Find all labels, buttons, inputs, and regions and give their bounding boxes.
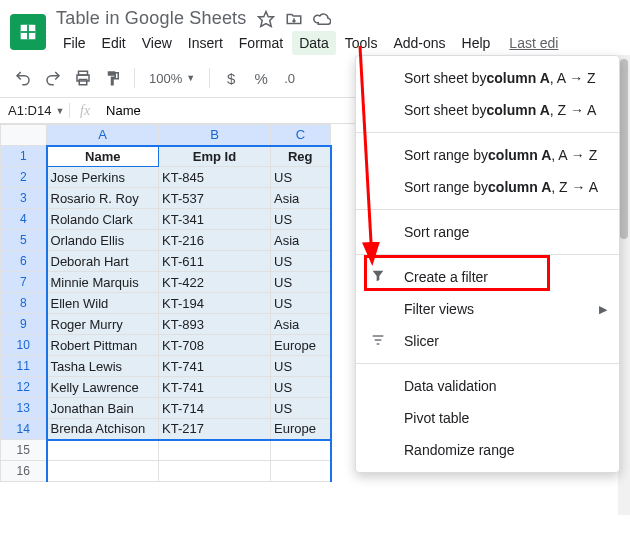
sheets-logo-icon[interactable] xyxy=(10,14,46,50)
row-header-8[interactable]: 8 xyxy=(1,293,47,314)
cell-A5[interactable]: Orlando Ellis xyxy=(47,230,159,251)
cell-C13[interactable]: US xyxy=(271,398,331,419)
cell-B2[interactable]: KT-845 xyxy=(159,167,271,188)
currency-button[interactable]: $ xyxy=(218,65,244,91)
star-icon[interactable] xyxy=(257,10,275,28)
menu-slicer[interactable]: Slicer xyxy=(356,325,619,357)
menu-data-validation[interactable]: Data validation xyxy=(356,370,619,402)
column-header-A[interactable]: A xyxy=(47,125,159,146)
menu-randomize-range[interactable]: Randomize range xyxy=(356,434,619,466)
row-header-2[interactable]: 2 xyxy=(1,167,47,188)
cell-C6[interactable]: US xyxy=(271,251,331,272)
row-header-11[interactable]: 11 xyxy=(1,356,47,377)
row-header-12[interactable]: 12 xyxy=(1,377,47,398)
cell-B9[interactable]: KT-893 xyxy=(159,314,271,335)
menu-data[interactable]: Data xyxy=(292,31,336,55)
row-header-10[interactable]: 10 xyxy=(1,335,47,356)
cell-A16[interactable] xyxy=(47,461,159,482)
undo-icon[interactable] xyxy=(10,65,36,91)
cell-B5[interactable]: KT-216 xyxy=(159,230,271,251)
print-icon[interactable] xyxy=(70,65,96,91)
cell-C5[interactable]: Asia xyxy=(271,230,331,251)
menu-addons[interactable]: Add-ons xyxy=(386,31,452,55)
menu-view[interactable]: View xyxy=(135,31,179,55)
cell-A12[interactable]: Kelly Lawrence xyxy=(47,377,159,398)
menu-create-filter[interactable]: Create a filter xyxy=(356,261,619,293)
cloud-status-icon[interactable] xyxy=(313,10,331,28)
cell-B10[interactable]: KT-708 xyxy=(159,335,271,356)
cell-B4[interactable]: KT-341 xyxy=(159,209,271,230)
cell-A7[interactable]: Minnie Marquis xyxy=(47,272,159,293)
redo-icon[interactable] xyxy=(40,65,66,91)
last-edit-link[interactable]: Last edi xyxy=(499,31,558,55)
cell-B8[interactable]: KT-194 xyxy=(159,293,271,314)
cell-C2[interactable]: US xyxy=(271,167,331,188)
cell-B15[interactable] xyxy=(159,440,271,461)
cell-A11[interactable]: Tasha Lewis xyxy=(47,356,159,377)
menu-file[interactable]: File xyxy=(56,31,93,55)
cell-B1[interactable]: Emp Id xyxy=(159,146,271,167)
cell-C14[interactable]: Europe xyxy=(271,419,331,440)
row-header-16[interactable]: 16 xyxy=(1,461,47,482)
move-folder-icon[interactable] xyxy=(285,10,303,28)
cell-A10[interactable]: Robert Pittman xyxy=(47,335,159,356)
cell-B6[interactable]: KT-611 xyxy=(159,251,271,272)
cell-B12[interactable]: KT-741 xyxy=(159,377,271,398)
cell-reference[interactable]: A1:D14▼ xyxy=(0,103,70,118)
menu-sort-range-za[interactable]: Sort range by column A, Z → A xyxy=(356,171,619,203)
zoom-select[interactable]: 100%▼ xyxy=(143,71,201,86)
row-header-13[interactable]: 13 xyxy=(1,398,47,419)
menu-sort-range-az[interactable]: Sort range by column A, A → Z xyxy=(356,139,619,171)
cell-A6[interactable]: Deborah Hart xyxy=(47,251,159,272)
cell-C3[interactable]: Asia xyxy=(271,188,331,209)
cell-B14[interactable]: KT-217 xyxy=(159,419,271,440)
row-header-4[interactable]: 4 xyxy=(1,209,47,230)
cell-A9[interactable]: Roger Murry xyxy=(47,314,159,335)
menu-help[interactable]: Help xyxy=(455,31,498,55)
cell-A13[interactable]: Jonathan Bain xyxy=(47,398,159,419)
menu-pivot-table[interactable]: Pivot table xyxy=(356,402,619,434)
cell-A14[interactable]: Brenda Atchison xyxy=(47,419,159,440)
cell-A3[interactable]: Rosario R. Roy xyxy=(47,188,159,209)
cell-C15[interactable] xyxy=(271,440,331,461)
row-header-6[interactable]: 6 xyxy=(1,251,47,272)
cell-C7[interactable]: US xyxy=(271,272,331,293)
row-header-3[interactable]: 3 xyxy=(1,188,47,209)
menu-filter-views[interactable]: Filter views▶ xyxy=(356,293,619,325)
cell-B3[interactable]: KT-537 xyxy=(159,188,271,209)
cell-B11[interactable]: KT-741 xyxy=(159,356,271,377)
cell-C16[interactable] xyxy=(271,461,331,482)
cell-C8[interactable]: US xyxy=(271,293,331,314)
menu-tools[interactable]: Tools xyxy=(338,31,385,55)
cell-C1[interactable]: Reg xyxy=(271,146,331,167)
cell-B16[interactable] xyxy=(159,461,271,482)
row-header-1[interactable]: 1 xyxy=(1,146,47,167)
cell-B13[interactable]: KT-714 xyxy=(159,398,271,419)
paint-format-icon[interactable] xyxy=(100,65,126,91)
menu-format[interactable]: Format xyxy=(232,31,290,55)
row-header-14[interactable]: 14 xyxy=(1,419,47,440)
document-title[interactable]: Table in Google Sheets xyxy=(56,8,247,29)
menu-sort-sheet-za[interactable]: Sort sheet by column A, Z → A xyxy=(356,94,619,126)
menu-sort-range[interactable]: Sort range xyxy=(356,216,619,248)
row-header-15[interactable]: 15 xyxy=(1,440,47,461)
menu-edit[interactable]: Edit xyxy=(95,31,133,55)
cell-A4[interactable]: Rolando Clark xyxy=(47,209,159,230)
cell-C12[interactable]: US xyxy=(271,377,331,398)
cell-A15[interactable] xyxy=(47,440,159,461)
cell-A8[interactable]: Ellen Wild xyxy=(47,293,159,314)
menu-sort-sheet-az[interactable]: Sort sheet by column A, A → Z xyxy=(356,62,619,94)
column-header-C[interactable]: C xyxy=(271,125,331,146)
row-header-5[interactable]: 5 xyxy=(1,230,47,251)
decimal-button[interactable]: .0 xyxy=(278,71,301,86)
column-header-B[interactable]: B xyxy=(159,125,271,146)
row-header-9[interactable]: 9 xyxy=(1,314,47,335)
percent-button[interactable]: % xyxy=(248,65,274,91)
row-header-7[interactable]: 7 xyxy=(1,272,47,293)
cell-A1[interactable]: Name xyxy=(47,146,159,167)
menu-insert[interactable]: Insert xyxy=(181,31,230,55)
cell-C4[interactable]: US xyxy=(271,209,331,230)
cell-C10[interactable]: Europe xyxy=(271,335,331,356)
cell-C9[interactable]: Asia xyxy=(271,314,331,335)
cell-A2[interactable]: Jose Perkins xyxy=(47,167,159,188)
